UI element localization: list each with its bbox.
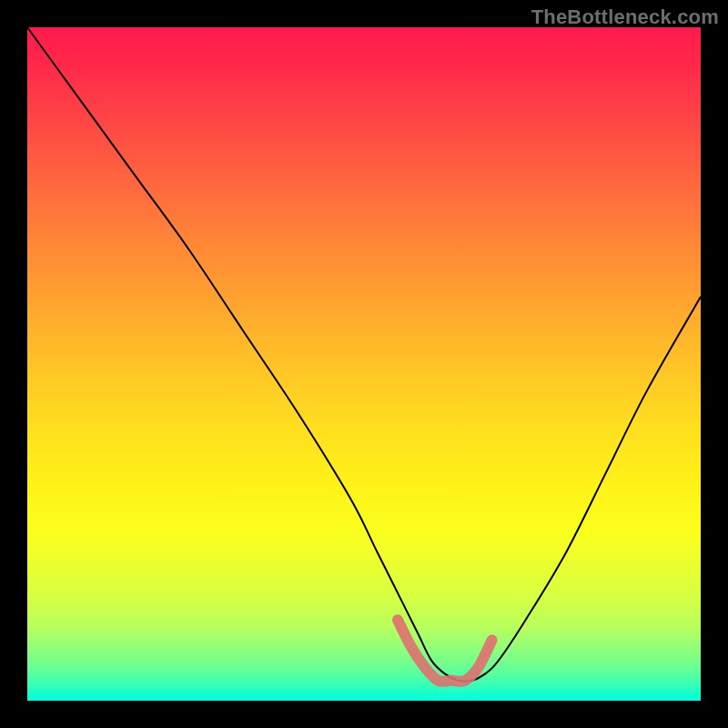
series-bottleneck-curve bbox=[27, 27, 701, 682]
chart-svg bbox=[27, 27, 701, 701]
chart-container: TheBottleneck.com bbox=[0, 0, 728, 728]
series-optimal-band bbox=[398, 620, 492, 682]
watermark-text: TheBottleneck.com bbox=[531, 5, 719, 29]
series-group bbox=[27, 27, 701, 682]
plot-area bbox=[27, 27, 701, 701]
